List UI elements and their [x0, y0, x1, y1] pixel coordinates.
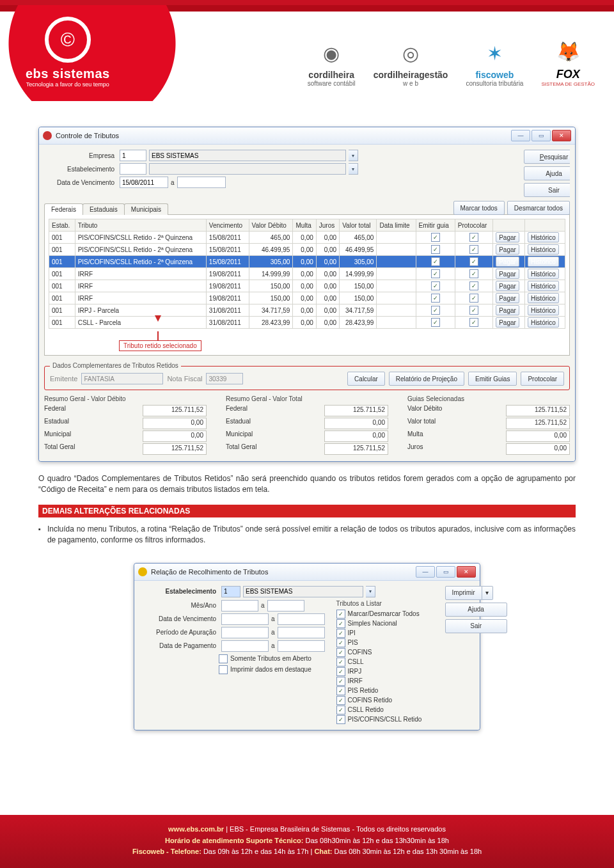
- table-row[interactable]: 001PIS/COFINS/CSLL Retido - 2ª Quinzena1…: [49, 232, 565, 244]
- pagar-button[interactable]: Pagar: [496, 317, 519, 327]
- table-row[interactable]: 001IRRF19/08/2011150,000,000,00150,00✓✓P…: [49, 280, 565, 292]
- empresa-code-input[interactable]: [120, 150, 146, 161]
- w2-pa-ate[interactable]: [278, 627, 325, 638]
- protocolar-checkbox[interactable]: ✓: [469, 257, 478, 266]
- protocolar-checkbox[interactable]: ✓: [469, 306, 478, 315]
- w2-estab-code[interactable]: [221, 586, 240, 597]
- estab-dropdown[interactable]: ▾: [349, 163, 358, 175]
- pagar-button[interactable]: Pagar: [496, 232, 519, 242]
- tributo-checkbox-row[interactable]: ✓PIS Retido: [336, 686, 439, 695]
- table-row[interactable]: 001CSLL - Parcela31/08/201128.423,990,00…: [49, 317, 565, 329]
- tributo-checkbox-row[interactable]: ✓COFINS Retido: [336, 696, 439, 705]
- w2-mes-ate[interactable]: [267, 600, 304, 612]
- minimize-button-2[interactable]: —: [416, 566, 435, 578]
- emitir-guia-checkbox[interactable]: ✓: [431, 281, 440, 290]
- close-button-2[interactable]: ✕: [457, 566, 476, 578]
- checkbox-icon[interactable]: ✓: [336, 619, 345, 628]
- w2-pa-de[interactable]: [221, 627, 269, 638]
- tributo-checkbox-row[interactable]: ✓CSLL: [336, 658, 439, 667]
- cb-somente-aberto[interactable]: [219, 654, 228, 663]
- w2-estab-dropdown[interactable]: ▾: [366, 586, 375, 597]
- checkbox-icon[interactable]: ✓: [336, 715, 345, 724]
- protocolar-checkbox[interactable]: ✓: [469, 281, 478, 290]
- checkbox-icon[interactable]: ✓: [336, 658, 345, 667]
- pagar-button[interactable]: Pagar: [496, 244, 519, 255]
- pesquisar-button[interactable]: Pesquisar: [524, 150, 570, 164]
- pagar-button[interactable]: Pagar: [496, 256, 519, 267]
- tributo-checkbox-row[interactable]: ✓PIS/COFINS/CSLL Retido: [336, 715, 439, 724]
- protocolar-button[interactable]: Protocolar: [521, 372, 564, 386]
- historico-button[interactable]: Histórico: [528, 293, 559, 303]
- checkbox-icon[interactable]: ✓: [336, 686, 345, 695]
- protocolar-checkbox[interactable]: ✓: [469, 269, 478, 278]
- tributos-grid[interactable]: Estab.TributoVencimentoValor DébitoMulta…: [49, 219, 565, 329]
- tributo-checkbox-row[interactable]: ✓CSLL Retido: [336, 706, 439, 714]
- w2-ajuda-button[interactable]: Ajuda: [445, 603, 507, 617]
- table-row[interactable]: 001PIS/COFINS/CSLL Retido - 2ª Quinzena1…: [49, 244, 565, 256]
- marcar-todos-button[interactable]: Marcar todos: [453, 201, 505, 215]
- pagar-button[interactable]: Pagar: [496, 293, 519, 303]
- titlebar[interactable]: Controle de Tributos — ▭ ✕: [39, 127, 575, 145]
- checkbox-icon[interactable]: ✓: [336, 638, 345, 647]
- table-row[interactable]: 001IRPJ - Parcela31/08/201134.717,590,00…: [49, 304, 565, 317]
- calcular-button[interactable]: Calcular: [347, 372, 385, 386]
- checkbox-icon[interactable]: ✓: [336, 610, 345, 619]
- close-button[interactable]: ✕: [552, 130, 571, 141]
- historico-button[interactable]: Histórico: [528, 281, 559, 291]
- titlebar-2[interactable]: Relação de Recolhimento de Tributos — ▭ …: [134, 564, 480, 581]
- historico-button[interactable]: Histórico: [528, 269, 559, 279]
- ajuda-button[interactable]: Ajuda: [524, 166, 570, 180]
- historico-button[interactable]: Histórico: [528, 232, 559, 242]
- data-venc-ate-input[interactable]: [177, 177, 226, 188]
- desmarcar-todos-button[interactable]: Desmarcar todos: [507, 201, 570, 215]
- w2-mes-de[interactable]: [221, 600, 258, 612]
- emitir-guia-checkbox[interactable]: ✓: [431, 318, 440, 327]
- checkbox-icon[interactable]: ✓: [336, 696, 345, 705]
- protocolar-checkbox[interactable]: ✓: [469, 245, 478, 254]
- pagar-button[interactable]: Pagar: [496, 269, 519, 279]
- table-row[interactable]: 001IRRF19/08/201114.999,990,000,0014.999…: [49, 268, 565, 280]
- cb-dados-destaque[interactable]: [219, 665, 228, 674]
- tributo-checkbox-row[interactable]: ✓COFINS: [336, 648, 439, 657]
- protocolar-checkbox[interactable]: ✓: [469, 294, 478, 303]
- tributo-checkbox-row[interactable]: ✓Marcar/Desmarcar Todos: [336, 610, 439, 619]
- emitir-guia-checkbox[interactable]: ✓: [431, 257, 440, 266]
- checkbox-icon[interactable]: ✓: [336, 706, 345, 714]
- table-row[interactable]: 001IRRF19/08/2011150,000,000,00150,00✓✓P…: [49, 292, 565, 304]
- maximize-button[interactable]: ▭: [531, 130, 551, 141]
- minimize-button[interactable]: —: [511, 130, 530, 141]
- tab-estaduais[interactable]: Estaduais: [83, 203, 125, 215]
- tributo-checkbox-row[interactable]: ✓IRRF: [336, 677, 439, 686]
- emitir-guia-checkbox[interactable]: ✓: [431, 245, 440, 254]
- w2-dv-de[interactable]: [221, 613, 269, 625]
- historico-button[interactable]: Histórico: [528, 305, 559, 315]
- historico-button[interactable]: Histórico: [528, 256, 559, 267]
- tab-municipais[interactable]: Municipais: [124, 203, 168, 215]
- tributo-checkbox-row[interactable]: ✓Simples Nacional: [336, 619, 439, 628]
- historico-button[interactable]: Histórico: [528, 244, 559, 255]
- table-row[interactable]: 001PIS/COFINS/CSLL Retido - 2ª Quinzena1…: [49, 256, 565, 268]
- emitir-guias-button[interactable]: Emitir Guias: [468, 372, 517, 386]
- emitir-guia-checkbox[interactable]: ✓: [431, 294, 440, 303]
- pagar-button[interactable]: Pagar: [496, 305, 519, 315]
- w2-sair-button[interactable]: Sair: [445, 619, 507, 633]
- emitir-guia-checkbox[interactable]: ✓: [431, 306, 440, 315]
- sair-button[interactable]: Sair: [524, 183, 570, 197]
- imprimir-button[interactable]: Imprimir: [445, 586, 482, 600]
- checkbox-icon[interactable]: ✓: [336, 648, 345, 657]
- relatorio-projecao-button[interactable]: Relatório de Projeção: [389, 372, 464, 386]
- tab-federais[interactable]: Federais: [44, 203, 83, 215]
- tributo-checkbox-row[interactable]: ✓IPI: [336, 629, 439, 638]
- tributo-checkbox-row[interactable]: ✓IRPJ: [336, 667, 439, 676]
- protocolar-checkbox[interactable]: ✓: [469, 318, 478, 327]
- maximize-button-2[interactable]: ▭: [436, 566, 455, 578]
- imprimir-dropdown[interactable]: ▾: [482, 586, 493, 600]
- historico-button[interactable]: Histórico: [528, 317, 559, 327]
- checkbox-icon[interactable]: ✓: [336, 677, 345, 686]
- checkbox-icon[interactable]: ✓: [336, 629, 345, 638]
- estab-code-input[interactable]: [120, 163, 146, 175]
- pagar-button[interactable]: Pagar: [496, 281, 519, 291]
- emitir-guia-checkbox[interactable]: ✓: [431, 269, 440, 278]
- checkbox-icon[interactable]: ✓: [336, 667, 345, 676]
- w2-dp-de[interactable]: [221, 640, 269, 652]
